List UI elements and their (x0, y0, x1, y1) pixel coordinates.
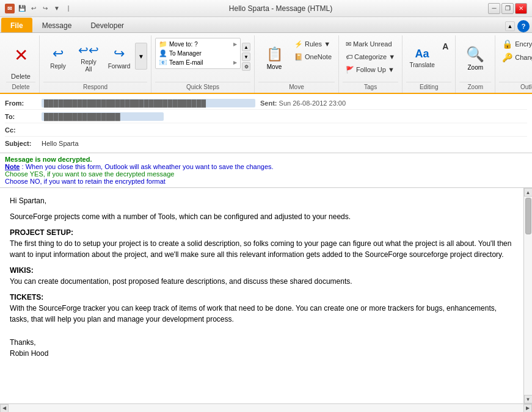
sign-name: Robin Hood (10, 348, 514, 359)
ribbon-collapse-button[interactable]: ▲ (505, 21, 515, 31)
outlookmsgcrypt-group-content: 🔒 Encrypt/Decrypt 🔑 Change Encryption Ke… (499, 35, 532, 82)
quickstep-teamemail-label: Team E-mail (169, 59, 203, 66)
rules-icon: ⚡ (294, 40, 303, 48)
tab-message[interactable]: Message (33, 18, 81, 32)
to-label: To: (5, 113, 42, 120)
ribbon-group-quicksteps: 📁 Move to: ? ▶ 👤 To Manager 📧 Team E-mai… (151, 35, 255, 93)
forward-button[interactable]: ↪ Forward (104, 38, 134, 78)
project-setup: PROJECT SETUP: The first thing to do to … (10, 227, 514, 260)
ribbon-group-move: 📋 Move ⚡ Rules ▼ 📔 OneNote Move (255, 35, 339, 93)
teamemail-arrow: ▶ (233, 60, 237, 65)
zoom-icon: 🔍 (466, 46, 484, 63)
tags-stack: ✉ Mark Unread 🏷 Categorize ▼ 🚩 Follow Up… (343, 38, 398, 76)
reply-all-label: ReplyAll (81, 59, 97, 73)
subject-value: Hello Sparta (42, 140, 79, 147)
quicksteps-settings-button[interactable]: ⚙ (242, 62, 250, 71)
subject-label: Subject: (5, 140, 42, 147)
project-setup-title: PROJECT SETUP: (10, 228, 73, 237)
zoom-button[interactable]: 🔍 Zoom (459, 38, 491, 78)
scroll-up-button[interactable]: ▲ (524, 188, 533, 197)
tags-group-label: Tags (343, 82, 398, 93)
quicksteps-down-button[interactable]: ▼ (242, 52, 250, 61)
quicksteps-box: 📁 Move to: ? ▶ 👤 To Manager 📧 Team E-mai… (155, 38, 241, 69)
move-icon: 📋 (266, 46, 283, 62)
key-icon: 🔑 (502, 52, 512, 62)
scroll-thumb[interactable] (525, 198, 531, 234)
categorize-icon: 🏷 (346, 53, 352, 60)
to-value: ████████████████ (42, 112, 164, 121)
undo-icon[interactable]: ↩ (29, 4, 38, 13)
tickets-title: TICKETS: (10, 293, 43, 302)
note-label: Note (5, 163, 20, 170)
close-button[interactable]: ✕ (515, 3, 527, 14)
translate-button[interactable]: Aa Translate (406, 38, 438, 78)
followup-button[interactable]: 🚩 Follow Up ▼ (343, 63, 398, 76)
quick-access-toolbar: 💾 ↩ ↪ ▼ | (17, 4, 73, 13)
quickstep-moveto[interactable]: 📁 Move to: ? ▶ (157, 40, 239, 49)
forward-label: Forward (108, 63, 131, 70)
ribbon: ✕ Delete Delete ↩ Reply ↩↩ ReplyAll ↪ (0, 33, 532, 94)
mail-body-content: Hi Spartan, SourceForge projects come wi… (10, 195, 514, 359)
ribbon-group-zoom: 🔍 Zoom Zoom (456, 35, 495, 93)
mail-body[interactable]: Hi Spartan, SourceForge projects come wi… (0, 188, 523, 403)
redo-icon[interactable]: ↪ (40, 4, 50, 13)
categorize-button[interactable]: 🏷 Categorize ▼ (343, 51, 398, 63)
change-key-button[interactable]: 🔑 Change Encryption Key (499, 51, 532, 63)
app-icon: ✉ (5, 4, 15, 13)
save-icon[interactable]: 💾 (17, 4, 27, 13)
categorize-label: Categorize (354, 53, 387, 60)
rules-button[interactable]: ⚡ Rules ▼ (291, 38, 335, 50)
vertical-scrollbar: ▲ ▼ (523, 188, 532, 403)
markunread-label: Mark Unread (353, 40, 392, 48)
hscroll-right-button[interactable]: ▶ (523, 404, 532, 413)
zoom-label: Zoom (467, 64, 483, 71)
zoom-group-label: Zoom (459, 82, 491, 93)
quicksteps-up-button[interactable]: ▲ (242, 43, 250, 51)
change-key-label: Change Encryption Key (515, 54, 532, 61)
help-button[interactable]: ? (517, 20, 530, 32)
categorize-arrow: ▼ (388, 53, 395, 60)
title-bar-left: ✉ 💾 ↩ ↪ ▼ | (5, 4, 73, 13)
content-area: Hi Spartan, SourceForge projects come wi… (0, 188, 532, 403)
tab-developer[interactable]: Developer (81, 18, 133, 32)
folder-icon: 📁 (159, 40, 167, 48)
followup-icon: 🚩 (346, 66, 354, 74)
sign-thanks: Thanks, (10, 337, 514, 348)
markunread-button[interactable]: ✉ Mark Unread (343, 38, 398, 50)
choose-yes-msg: Choose YES, if you want to save the decr… (5, 170, 527, 178)
decrypted-message: Message is now decrypted. (5, 156, 527, 163)
tab-file[interactable]: File (1, 18, 32, 32)
quickstep-moveto-label: Move to: ? (169, 41, 198, 48)
reply-all-button[interactable]: ↩↩ ReplyAll (74, 38, 103, 78)
minimize-button[interactable]: ─ (488, 3, 500, 14)
reply-button[interactable]: ↩ Reply (43, 38, 73, 78)
scroll-down-button[interactable]: ▼ (524, 395, 533, 403)
wikis-title: WIKIS: (10, 266, 34, 275)
wikis: WIKIS: You can create documentation, pos… (10, 265, 514, 287)
hscroll-left-button[interactable]: ◀ (0, 404, 9, 413)
ribbon-group-tags: ✉ Mark Unread 🏷 Categorize ▼ 🚩 Follow Up… (339, 35, 403, 93)
reply-icon: ↩ (53, 46, 64, 62)
note-line: Note : When you close this form, Outlook… (5, 163, 527, 170)
rules-arrow: ▼ (324, 40, 330, 48)
delete-button[interactable]: ✕ (6, 38, 35, 72)
respond-more-button[interactable]: ▼ (135, 43, 147, 70)
tags-group-content: ✉ Mark Unread 🏷 Categorize ▼ 🚩 Follow Up… (343, 35, 398, 82)
move-button[interactable]: 📋 Move (258, 38, 290, 78)
tickets: TICKETS: With the SourceForge tracker yo… (10, 292, 514, 325)
quickstep-teamemail[interactable]: 📧 Team E-mail ▶ (157, 58, 239, 67)
respond-group-label: Respond (43, 82, 147, 93)
encrypt-decrypt-label: Encrypt/Decrypt (515, 40, 532, 48)
unread-icon: ✉ (346, 40, 351, 48)
translate-icon: Aa (415, 48, 429, 60)
onenote-button[interactable]: 📔 OneNote (291, 51, 335, 63)
tickets-text: With the SourceForge tracker you can kee… (10, 304, 497, 323)
encrypt-decrypt-button[interactable]: 🔒 Encrypt/Decrypt (499, 38, 532, 50)
intro-text: SourceForge projects come with a number … (10, 211, 514, 222)
font-button[interactable]: A (439, 40, 451, 52)
quickstep-tomanager[interactable]: 👤 To Manager (157, 49, 239, 58)
custom-icon[interactable]: ▼ (52, 4, 62, 13)
restore-button[interactable]: ❐ (501, 3, 514, 14)
delete-icon: ✕ (14, 45, 28, 65)
forward-icon: ↪ (114, 46, 125, 62)
